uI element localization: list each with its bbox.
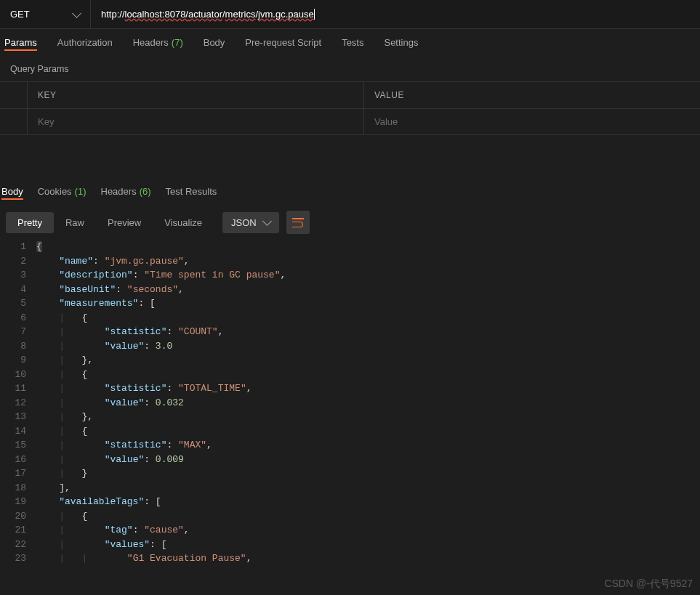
params-table: KEY VALUE <box>0 81 700 135</box>
tab-resp-body[interactable]: Body <box>1 185 23 200</box>
watermark: CSDN @-代号9527 <box>604 578 693 591</box>
tab-body[interactable]: Body <box>204 37 225 49</box>
header-key: KEY <box>28 82 364 108</box>
chevron-down-icon <box>262 216 272 226</box>
view-visualize[interactable]: Visualize <box>153 212 214 233</box>
tab-rheaders-label: Headers <box>101 186 137 197</box>
tab-authorization[interactable]: Authorization <box>57 37 113 49</box>
tab-headers-count: (7) <box>172 37 183 48</box>
tab-cookies-count: (1) <box>75 186 87 197</box>
params-row <box>0 108 700 134</box>
wrap-lines-button[interactable] <box>286 211 310 234</box>
tab-headers-label: Headers <box>133 37 169 48</box>
method-label: GET <box>10 9 30 20</box>
tab-resp-cookies[interactable]: Cookies (1) <box>38 186 87 198</box>
code-content: { "name": "jvm.gc.pause", "description":… <box>36 240 700 566</box>
tab-rheaders-count: (6) <box>140 186 151 197</box>
tab-prerequest[interactable]: Pre-request Script <box>245 37 321 49</box>
key-input[interactable] <box>38 116 353 127</box>
view-preview[interactable]: Preview <box>96 212 153 233</box>
response-body[interactable]: 1234567891011121314151617181920212223 { … <box>0 240 700 566</box>
tab-tests[interactable]: Tests <box>342 37 363 49</box>
tab-settings[interactable]: Settings <box>384 37 418 49</box>
tab-headers[interactable]: Headers (7) <box>133 37 183 49</box>
tab-cookies-label: Cookies <box>38 186 72 197</box>
format-label: JSON <box>231 217 257 228</box>
format-select[interactable]: JSON <box>222 212 279 233</box>
header-value: VALUE <box>364 82 700 108</box>
tab-resp-headers[interactable]: Headers (6) <box>101 186 151 198</box>
value-input[interactable] <box>374 116 690 127</box>
body-controls: Pretty Raw Preview Visualize JSON <box>0 205 700 240</box>
query-params-label: Query Params <box>0 57 700 81</box>
view-tabs: Pretty Raw Preview Visualize <box>6 212 214 233</box>
view-pretty[interactable]: Pretty <box>6 212 54 233</box>
chevron-down-icon <box>72 9 81 18</box>
tab-params[interactable]: Params <box>4 36 37 51</box>
view-raw[interactable]: Raw <box>54 212 96 233</box>
params-header: KEY VALUE <box>0 82 700 108</box>
wrap-icon <box>292 218 304 227</box>
url-bar: GET http://localhost:8078/actuator/metri… <box>0 0 700 29</box>
url-input[interactable]: http://localhost:8078/actuator/metrics/j… <box>91 0 700 28</box>
tab-test-results[interactable]: Test Results <box>166 186 217 198</box>
response-tabs: Body Cookies (1) Headers (6) Test Result… <box>0 179 700 205</box>
method-select[interactable]: GET <box>0 0 91 28</box>
line-gutter: 1234567891011121314151617181920212223 <box>0 240 36 566</box>
request-tabs: Params Authorization Headers (7) Body Pr… <box>0 29 700 57</box>
